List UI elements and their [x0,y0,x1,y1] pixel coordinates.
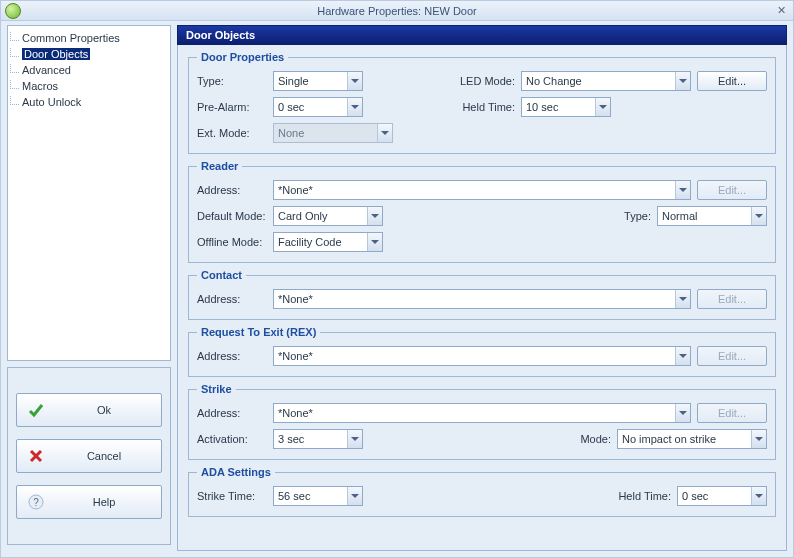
strike-mode-label: Mode: [571,433,611,445]
hardware-properties-window: Hardware Properties: NEW Door ✕ Common P… [0,0,794,558]
strike-group: Strike Address: *None* Edit... Activatio… [188,383,776,460]
type-dropdown[interactable]: Single [273,71,363,91]
nav-panel: Common Properties Door Objects Advanced … [7,25,171,551]
strike-time-label: Strike Time: [197,490,267,502]
type-label: Type: [197,75,267,87]
ext-mode-label: Ext. Mode: [197,127,267,139]
activation-dropdown[interactable]: 3 sec [273,429,363,449]
rex-edit-button[interactable]: Edit... [697,346,767,366]
rex-address-value: *None* [278,350,313,362]
ext-mode-dropdown: None [273,123,393,143]
ok-label: Ok [57,404,151,416]
led-mode-value: No Change [526,75,582,87]
cross-icon [27,447,45,465]
held-time-dropdown[interactable]: 10 sec [521,97,611,117]
reader-legend: Reader [197,160,242,172]
nav-item-auto-unlock[interactable]: Auto Unlock [10,94,168,110]
offline-mode-value: Facility Code [278,236,342,248]
strike-address-value: *None* [278,407,313,419]
reader-address-dropdown[interactable]: *None* [273,180,691,200]
reader-edit-button[interactable]: Edit... [697,180,767,200]
led-mode-label: LED Mode: [455,75,515,87]
ada-held-time-label: Held Time: [611,490,671,502]
nav-item-door-objects[interactable]: Door Objects [10,46,168,62]
check-icon [27,401,45,419]
default-mode-value: Card Only [278,210,328,222]
edit-label: Edit... [718,407,746,419]
help-label: Help [57,496,151,508]
contact-edit-button[interactable]: Edit... [697,289,767,309]
contact-address-dropdown[interactable]: *None* [273,289,691,309]
strike-legend: Strike [197,383,236,395]
type-value: Single [278,75,309,87]
ada-settings-group: ADA Settings Strike Time: 56 sec Held Ti… [188,466,776,517]
pre-alarm-dropdown[interactable]: 0 sec [273,97,363,117]
contact-address-value: *None* [278,293,313,305]
reader-type-dropdown[interactable]: Normal [657,206,767,226]
edit-label: Edit... [718,184,746,196]
nav-item-macros[interactable]: Macros [10,78,168,94]
help-button[interactable]: ? Help [16,485,162,519]
page-title: Door Objects [177,25,787,45]
edit-label: Edit... [718,75,746,87]
nav-item-label: Advanced [22,64,71,76]
cancel-label: Cancel [57,450,151,462]
ada-legend: ADA Settings [197,466,275,478]
offline-mode-label: Offline Mode: [197,236,267,248]
reader-type-label: Type: [601,210,651,222]
activation-label: Activation: [197,433,267,445]
reader-address-value: *None* [278,184,313,196]
rex-group: Request To Exit (REX) Address: *None* Ed… [188,326,776,377]
contact-address-label: Address: [197,293,267,305]
nav-item-label: Common Properties [22,32,120,44]
edit-label: Edit... [718,350,746,362]
held-time-value: 10 sec [526,101,558,113]
led-mode-dropdown[interactable]: No Change [521,71,691,91]
strike-address-label: Address: [197,407,267,419]
strike-address-dropdown[interactable]: *None* [273,403,691,423]
nav-item-common-properties[interactable]: Common Properties [10,30,168,46]
rex-address-dropdown[interactable]: *None* [273,346,691,366]
door-properties-edit-button[interactable]: Edit... [697,71,767,91]
activation-value: 3 sec [278,433,304,445]
action-button-panel: Ok Cancel ? Help [7,367,171,545]
strike-time-value: 56 sec [278,490,310,502]
offline-mode-dropdown[interactable]: Facility Code [273,232,383,252]
strike-mode-value: No impact on strike [622,433,716,445]
app-icon [5,3,21,19]
nav-item-label: Macros [22,80,58,92]
strike-mode-dropdown[interactable]: No impact on strike [617,429,767,449]
nav-item-label: Door Objects [22,48,90,60]
form-area: Door Properties Type: Single LED Mode: N… [177,45,787,551]
rex-address-label: Address: [197,350,267,362]
ok-button[interactable]: Ok [16,393,162,427]
held-time-label: Held Time: [455,101,515,113]
edit-label: Edit... [718,293,746,305]
strike-edit-button[interactable]: Edit... [697,403,767,423]
reader-address-label: Address: [197,184,267,196]
contact-legend: Contact [197,269,246,281]
door-properties-legend: Door Properties [197,51,288,63]
main-panel: Door Objects Door Properties Type: Singl… [177,25,787,551]
svg-text:?: ? [33,497,39,508]
pre-alarm-value: 0 sec [278,101,304,113]
rex-legend: Request To Exit (REX) [197,326,320,338]
pre-alarm-label: Pre-Alarm: [197,101,267,113]
titlebar: Hardware Properties: NEW Door ✕ [1,1,793,21]
cancel-button[interactable]: Cancel [16,439,162,473]
ada-held-time-dropdown[interactable]: 0 sec [677,486,767,506]
close-icon[interactable]: ✕ [773,3,789,19]
help-icon: ? [27,493,45,511]
default-mode-dropdown[interactable]: Card Only [273,206,383,226]
nav-item-label: Auto Unlock [22,96,81,108]
strike-time-dropdown[interactable]: 56 sec [273,486,363,506]
window-title: Hardware Properties: NEW Door [317,5,477,17]
ada-held-time-value: 0 sec [682,490,708,502]
reader-group: Reader Address: *None* Edit... Default M… [188,160,776,263]
ext-mode-value: None [278,127,304,139]
door-properties-group: Door Properties Type: Single LED Mode: N… [188,51,776,154]
contact-group: Contact Address: *None* Edit... [188,269,776,320]
nav-item-advanced[interactable]: Advanced [10,62,168,78]
nav-list: Common Properties Door Objects Advanced … [7,25,171,361]
reader-type-value: Normal [662,210,697,222]
